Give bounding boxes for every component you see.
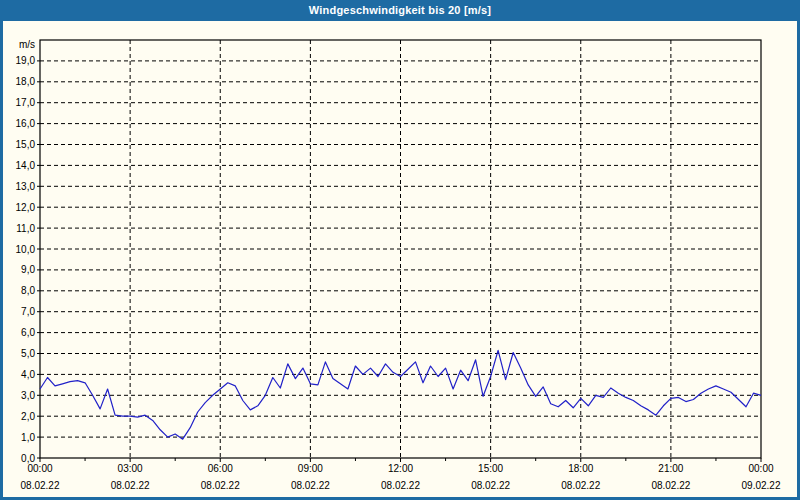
svg-text:15,0: 15,0 [16,139,36,150]
x-tick-labels: 00:0008.02.2203:0008.02.2206:0008.02.220… [21,463,781,491]
svg-text:21:00: 21:00 [658,463,683,474]
svg-text:08.02.22: 08.02.22 [21,480,60,491]
svg-text:3,0: 3,0 [21,390,35,401]
svg-text:08.02.22: 08.02.22 [561,480,600,491]
svg-text:1,0: 1,0 [21,432,35,443]
svg-text:5,0: 5,0 [21,348,35,359]
svg-text:08.02.22: 08.02.22 [651,480,690,491]
svg-text:16,0: 16,0 [16,118,36,129]
svg-text:0,0: 0,0 [21,453,35,464]
svg-text:08.02.22: 08.02.22 [111,480,150,491]
svg-text:12,0: 12,0 [16,202,36,213]
page-title: Windgeschwindigkeit bis 20 [m/s] [309,4,491,16]
svg-text:11,0: 11,0 [16,223,35,234]
svg-text:08.02.22: 08.02.22 [471,480,510,491]
svg-text:18,0: 18,0 [16,76,36,87]
svg-text:7,0: 7,0 [21,306,35,317]
svg-text:18:00: 18:00 [568,463,593,474]
svg-text:09.02.22: 09.02.22 [742,480,781,491]
y-axis-unit-label: m/s [19,39,35,50]
svg-text:14,0: 14,0 [16,160,36,171]
svg-text:06:00: 06:00 [208,463,233,474]
svg-text:10,0: 10,0 [16,244,36,255]
svg-text:12:00: 12:00 [388,463,413,474]
svg-text:8,0: 8,0 [21,285,35,296]
svg-text:4,0: 4,0 [21,369,35,380]
svg-text:19,0: 19,0 [16,55,36,66]
svg-text:09:00: 09:00 [298,463,323,474]
wind-speed-chart: 0,01,02,03,04,05,06,07,08,09,010,011,012… [0,0,800,500]
y-tick-labels: 0,01,02,03,04,05,06,07,08,09,010,011,012… [16,39,36,464]
svg-text:08.02.22: 08.02.22 [291,480,330,491]
svg-text:13,0: 13,0 [16,181,36,192]
svg-text:08.02.22: 08.02.22 [381,480,420,491]
svg-text:2,0: 2,0 [21,411,35,422]
svg-text:9,0: 9,0 [21,264,35,275]
svg-text:00:00: 00:00 [748,463,773,474]
svg-text:15:00: 15:00 [478,463,503,474]
svg-text:17,0: 17,0 [16,97,36,108]
svg-text:08.02.22: 08.02.22 [201,480,240,491]
svg-text:03:00: 03:00 [118,463,143,474]
svg-text:6,0: 6,0 [21,327,35,338]
page-root: { "window": { "title": "Windgeschwindigk… [0,0,800,500]
svg-text:00:00: 00:00 [27,463,52,474]
title-bar: Windgeschwindigkeit bis 20 [m/s] [0,0,800,21]
